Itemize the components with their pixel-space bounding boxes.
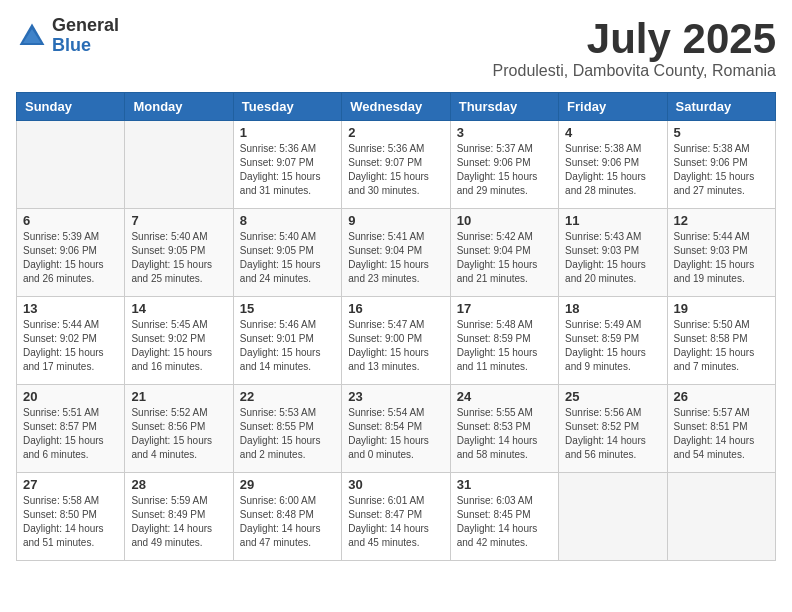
day-info: Sunrise: 5:54 AM Sunset: 8:54 PM Dayligh… <box>348 406 443 462</box>
calendar-cell: 7Sunrise: 5:40 AM Sunset: 9:05 PM Daylig… <box>125 209 233 297</box>
day-number: 31 <box>457 477 552 492</box>
calendar-cell: 17Sunrise: 5:48 AM Sunset: 8:59 PM Dayli… <box>450 297 558 385</box>
weekday-header-tuesday: Tuesday <box>233 93 341 121</box>
day-number: 2 <box>348 125 443 140</box>
day-info: Sunrise: 5:48 AM Sunset: 8:59 PM Dayligh… <box>457 318 552 374</box>
logo: General Blue <box>16 16 119 56</box>
weekday-header-thursday: Thursday <box>450 93 558 121</box>
day-number: 22 <box>240 389 335 404</box>
day-number: 19 <box>674 301 769 316</box>
main-title: July 2025 <box>493 16 776 62</box>
calendar-cell: 21Sunrise: 5:52 AM Sunset: 8:56 PM Dayli… <box>125 385 233 473</box>
day-number: 30 <box>348 477 443 492</box>
day-info: Sunrise: 5:44 AM Sunset: 9:02 PM Dayligh… <box>23 318 118 374</box>
day-info: Sunrise: 5:58 AM Sunset: 8:50 PM Dayligh… <box>23 494 118 550</box>
day-number: 15 <box>240 301 335 316</box>
day-number: 25 <box>565 389 660 404</box>
day-number: 26 <box>674 389 769 404</box>
day-info: Sunrise: 5:49 AM Sunset: 8:59 PM Dayligh… <box>565 318 660 374</box>
weekday-header-monday: Monday <box>125 93 233 121</box>
day-number: 13 <box>23 301 118 316</box>
day-number: 24 <box>457 389 552 404</box>
day-number: 10 <box>457 213 552 228</box>
day-info: Sunrise: 5:40 AM Sunset: 9:05 PM Dayligh… <box>240 230 335 286</box>
day-number: 5 <box>674 125 769 140</box>
day-info: Sunrise: 6:01 AM Sunset: 8:47 PM Dayligh… <box>348 494 443 550</box>
day-info: Sunrise: 5:36 AM Sunset: 9:07 PM Dayligh… <box>240 142 335 198</box>
day-number: 8 <box>240 213 335 228</box>
day-number: 12 <box>674 213 769 228</box>
calendar-cell <box>17 121 125 209</box>
week-row-1: 1Sunrise: 5:36 AM Sunset: 9:07 PM Daylig… <box>17 121 776 209</box>
calendar-cell <box>559 473 667 561</box>
day-number: 18 <box>565 301 660 316</box>
day-number: 23 <box>348 389 443 404</box>
calendar-cell: 22Sunrise: 5:53 AM Sunset: 8:55 PM Dayli… <box>233 385 341 473</box>
day-info: Sunrise: 5:51 AM Sunset: 8:57 PM Dayligh… <box>23 406 118 462</box>
day-number: 6 <box>23 213 118 228</box>
day-number: 3 <box>457 125 552 140</box>
day-number: 17 <box>457 301 552 316</box>
day-info: Sunrise: 5:36 AM Sunset: 9:07 PM Dayligh… <box>348 142 443 198</box>
calendar-cell: 14Sunrise: 5:45 AM Sunset: 9:02 PM Dayli… <box>125 297 233 385</box>
calendar-cell: 13Sunrise: 5:44 AM Sunset: 9:02 PM Dayli… <box>17 297 125 385</box>
day-info: Sunrise: 5:45 AM Sunset: 9:02 PM Dayligh… <box>131 318 226 374</box>
calendar-cell: 15Sunrise: 5:46 AM Sunset: 9:01 PM Dayli… <box>233 297 341 385</box>
calendar-cell: 6Sunrise: 5:39 AM Sunset: 9:06 PM Daylig… <box>17 209 125 297</box>
day-info: Sunrise: 6:00 AM Sunset: 8:48 PM Dayligh… <box>240 494 335 550</box>
day-number: 21 <box>131 389 226 404</box>
day-info: Sunrise: 5:41 AM Sunset: 9:04 PM Dayligh… <box>348 230 443 286</box>
day-number: 28 <box>131 477 226 492</box>
day-number: 29 <box>240 477 335 492</box>
calendar-cell: 23Sunrise: 5:54 AM Sunset: 8:54 PM Dayli… <box>342 385 450 473</box>
logo-blue: Blue <box>52 36 119 56</box>
weekday-header-saturday: Saturday <box>667 93 775 121</box>
day-info: Sunrise: 5:38 AM Sunset: 9:06 PM Dayligh… <box>565 142 660 198</box>
calendar-cell: 5Sunrise: 5:38 AM Sunset: 9:06 PM Daylig… <box>667 121 775 209</box>
calendar-cell: 19Sunrise: 5:50 AM Sunset: 8:58 PM Dayli… <box>667 297 775 385</box>
weekday-header-sunday: Sunday <box>17 93 125 121</box>
day-info: Sunrise: 5:57 AM Sunset: 8:51 PM Dayligh… <box>674 406 769 462</box>
calendar-cell: 30Sunrise: 6:01 AM Sunset: 8:47 PM Dayli… <box>342 473 450 561</box>
logo-text: General Blue <box>52 16 119 56</box>
calendar-cell: 24Sunrise: 5:55 AM Sunset: 8:53 PM Dayli… <box>450 385 558 473</box>
day-info: Sunrise: 5:40 AM Sunset: 9:05 PM Dayligh… <box>131 230 226 286</box>
calendar-cell: 16Sunrise: 5:47 AM Sunset: 9:00 PM Dayli… <box>342 297 450 385</box>
weekday-header-wednesday: Wednesday <box>342 93 450 121</box>
day-number: 14 <box>131 301 226 316</box>
day-info: Sunrise: 5:38 AM Sunset: 9:06 PM Dayligh… <box>674 142 769 198</box>
day-info: Sunrise: 5:37 AM Sunset: 9:06 PM Dayligh… <box>457 142 552 198</box>
week-row-3: 13Sunrise: 5:44 AM Sunset: 9:02 PM Dayli… <box>17 297 776 385</box>
subtitle: Produlesti, Dambovita County, Romania <box>493 62 776 80</box>
calendar-cell: 28Sunrise: 5:59 AM Sunset: 8:49 PM Dayli… <box>125 473 233 561</box>
day-number: 1 <box>240 125 335 140</box>
week-row-4: 20Sunrise: 5:51 AM Sunset: 8:57 PM Dayli… <box>17 385 776 473</box>
day-info: Sunrise: 5:44 AM Sunset: 9:03 PM Dayligh… <box>674 230 769 286</box>
weekday-header-friday: Friday <box>559 93 667 121</box>
day-number: 27 <box>23 477 118 492</box>
day-number: 7 <box>131 213 226 228</box>
page-header: General Blue July 2025 Produlesti, Dambo… <box>16 16 776 80</box>
logo-general: General <box>52 16 119 36</box>
day-number: 11 <box>565 213 660 228</box>
weekday-header-row: SundayMondayTuesdayWednesdayThursdayFrid… <box>17 93 776 121</box>
calendar-cell: 31Sunrise: 6:03 AM Sunset: 8:45 PM Dayli… <box>450 473 558 561</box>
day-info: Sunrise: 5:52 AM Sunset: 8:56 PM Dayligh… <box>131 406 226 462</box>
day-info: Sunrise: 5:50 AM Sunset: 8:58 PM Dayligh… <box>674 318 769 374</box>
calendar-cell: 26Sunrise: 5:57 AM Sunset: 8:51 PM Dayli… <box>667 385 775 473</box>
day-number: 9 <box>348 213 443 228</box>
calendar-cell: 29Sunrise: 6:00 AM Sunset: 8:48 PM Dayli… <box>233 473 341 561</box>
title-block: July 2025 Produlesti, Dambovita County, … <box>493 16 776 80</box>
calendar-cell: 1Sunrise: 5:36 AM Sunset: 9:07 PM Daylig… <box>233 121 341 209</box>
calendar-cell <box>125 121 233 209</box>
calendar-cell: 20Sunrise: 5:51 AM Sunset: 8:57 PM Dayli… <box>17 385 125 473</box>
day-info: Sunrise: 5:59 AM Sunset: 8:49 PM Dayligh… <box>131 494 226 550</box>
week-row-2: 6Sunrise: 5:39 AM Sunset: 9:06 PM Daylig… <box>17 209 776 297</box>
calendar-cell: 27Sunrise: 5:58 AM Sunset: 8:50 PM Dayli… <box>17 473 125 561</box>
calendar-cell: 25Sunrise: 5:56 AM Sunset: 8:52 PM Dayli… <box>559 385 667 473</box>
week-row-5: 27Sunrise: 5:58 AM Sunset: 8:50 PM Dayli… <box>17 473 776 561</box>
calendar-cell <box>667 473 775 561</box>
day-info: Sunrise: 5:42 AM Sunset: 9:04 PM Dayligh… <box>457 230 552 286</box>
day-info: Sunrise: 5:56 AM Sunset: 8:52 PM Dayligh… <box>565 406 660 462</box>
day-info: Sunrise: 5:39 AM Sunset: 9:06 PM Dayligh… <box>23 230 118 286</box>
